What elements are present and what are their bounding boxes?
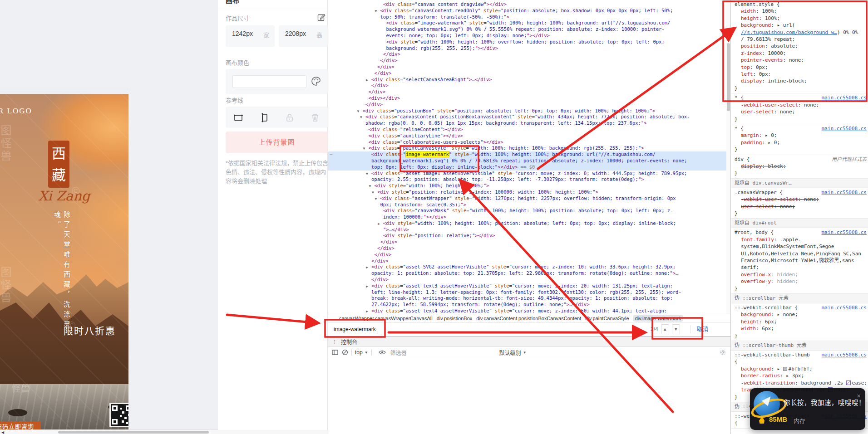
style-property[interactable]: serif; [731, 264, 868, 271]
style-property[interactable]: padding: ▸ 0; [731, 139, 868, 146]
breadcrumb-item[interactable]: canvasWrapper.canvasWrapperCanvasAll [339, 316, 433, 321]
code-line[interactable]: left; line-height: 1.3; letter-spacing: … [328, 289, 730, 296]
elements-scrollbar[interactable] [726, 0, 730, 314]
horizontal-guide-icon[interactable] [233, 112, 244, 123]
poster-slogan-vertical[interactable]: 除了天堂唯有西藏，洗涤灵魂。 [52, 211, 71, 338]
style-property[interactable]: Francisco,Microsoft YaHei,微软雅黑,sans- [731, 257, 868, 264]
poster-title-script[interactable]: Xi Zang [0, 188, 128, 204]
style-property[interactable]: -webkit-transition: background .2s ease; [731, 380, 868, 386]
style-property[interactable]: border-radius: ▸ 3px; [731, 372, 868, 379]
code-line[interactable]: </div> [328, 89, 730, 95]
style-property[interactable]: font-family: -apple- [731, 236, 868, 243]
code-line[interactable]: ▼<div class="assetWrapper" style="width:… [328, 195, 730, 202]
code-line[interactable]: </div> [328, 245, 730, 252]
code-line[interactable]: ▶<div style="width: 100%; height: 100%; … [328, 220, 730, 227]
style-property[interactable]: pointer-events: none; [731, 57, 868, 63]
style-property[interactable]: margin: ▸ 0; [731, 132, 868, 139]
code-line[interactable]: ▶<div class="asset text4 assetHoverVisib… [328, 308, 730, 314]
code-line[interactable]: <div style="width: 100%; height: 100%; o… [328, 39, 730, 45]
cancel-search-button[interactable]: 取消 [690, 325, 709, 333]
code-line[interactable]: shadow: rgba(0, 0, 0, 0.05) 1px 1px 15px… [328, 120, 730, 127]
style-selector[interactable]: ::-webkit-scrollbar-thumbmain.cc55008.cs [731, 351, 868, 358]
next-match-button[interactable]: ▼ [672, 324, 680, 334]
style-selector[interactable]: .canvasWrapper {main.cc55008.cs [731, 189, 868, 196]
code-line[interactable]: </div> [328, 83, 730, 89]
code-line[interactable]: events: none; top: 0px; left: 0px; displ… [328, 33, 730, 39]
style-selector[interactable]: element.style { [731, 1, 868, 8]
code-line[interactable]: </div> [328, 252, 730, 258]
style-selector[interactable]: div {用户代理样式表 [731, 156, 868, 163]
breadcrumb-item[interactable]: div.image-watermark [633, 315, 683, 322]
style-rule[interactable]: .canvasWrapper {main.cc55008.cs-webkit-u… [731, 188, 868, 219]
code-line[interactable]: ▼<div class="canvasContent-readOnly" sty… [328, 8, 730, 14]
style-property[interactable]: user-select: none; [731, 203, 868, 210]
style-property[interactable]: -webkit-user-select: none; [731, 196, 868, 203]
style-property[interactable]: UI,Roboto,Helvetica Neue,PingFang SC,San [731, 250, 868, 257]
filter-input[interactable]: 筛选器 [390, 349, 499, 356]
code-line[interactable]: <div class="collaborative-users-selects"… [328, 139, 730, 146]
code-line[interactable]: </div> [328, 102, 730, 108]
code-line[interactable]: ▼<div style="width: 100%; height: 100%;"… [328, 183, 730, 189]
style-selector[interactable]: * {main.cc55008.cs [731, 125, 868, 132]
palette-icon[interactable] [311, 76, 321, 87]
code-line[interactable]: ▼<div class="posistionBox" style="positi… [328, 108, 730, 114]
trash-icon[interactable] [310, 112, 321, 123]
code-line[interactable]: opacity: 2.55; position: absolute; top: … [328, 176, 730, 183]
style-rule[interactable]: #root, body {main.cc55008.csfont-family:… [731, 228, 868, 294]
horizontal-scrollbar-thumb[interactable] [58, 431, 209, 434]
dom-tree[interactable]: <div class="canvas_content_dragview"></d… [328, 0, 730, 314]
style-property[interactable]: display: inline-block; [731, 78, 868, 84]
tab-console[interactable]: 控制台 [341, 338, 357, 346]
scroll-left-icon[interactable]: ◀ [1, 430, 4, 434]
code-line[interactable]: </div> [328, 70, 730, 77]
style-property[interactable]: background: ▸ none; [731, 311, 868, 318]
search-input[interactable] [333, 326, 587, 333]
style-property[interactable]: overflow-x: hidden; [731, 271, 868, 278]
width-input[interactable]: 1242px 宽 [226, 25, 275, 47]
code-line[interactable]: </div> [328, 239, 730, 245]
code-line[interactable]: </div> [328, 258, 730, 264]
code-line[interactable]: <div></div> [328, 95, 730, 102]
code-line[interactable]: ▶<div class="asset text3 assetHoverVisib… [328, 283, 730, 289]
style-selector[interactable]: #root, body {main.cc55008.cs [731, 229, 868, 236]
poster-logo-text[interactable]: R LOGO [0, 107, 32, 116]
code-line[interactable]: ▼<div class="paintCanvaStyle" style="wid… [328, 145, 730, 151]
poster-canvas[interactable]: R LOGO 西藏 Xi Zang 除了天堂唯有西藏，洗涤灵魂。 限时八折惠 扫… [0, 94, 128, 434]
style-property[interactable]: width: 6px; [731, 325, 868, 332]
code-line[interactable]: opacity: 1; position: absolute; top: 21.… [328, 270, 730, 277]
breadcrumb-item[interactable]: div.canvasContent.posistionBoxCanvasCont… [476, 316, 581, 321]
style-property[interactable]: z-index: 10000; [731, 50, 868, 57]
code-line[interactable]: ▼<div class="asset image1 assetHoverVisi… [328, 171, 730, 177]
style-property[interactable]: height: 100%; [731, 15, 868, 22]
style-property[interactable]: system,BlinkMacSystemFont,Segoe [731, 243, 868, 250]
style-rule[interactable]: * {main.cc55008.cs-webkit-user-select: n… [731, 93, 868, 124]
lock-icon[interactable] [284, 112, 295, 123]
code-line[interactable]: </div> [328, 58, 730, 64]
code-line[interactable]: <div class="relineContent"></div> [328, 127, 730, 133]
log-level-selector[interactable]: 默认级别 [499, 349, 521, 356]
code-line[interactable]: background: rgb(255, 255, 255);"></div> [328, 45, 730, 52]
code-line[interactable]: </div> [328, 277, 730, 283]
color-value-input[interactable] [232, 75, 306, 88]
context-selector[interactable]: top [355, 349, 363, 356]
previous-match-button[interactable]: ▲ [661, 324, 669, 334]
style-property[interactable]: display: block; [731, 163, 868, 170]
style-property[interactable]: //s.tuguaishou.com/background w…) 0% 0% [731, 29, 868, 36]
style-property[interactable]: overflow-y: hidden; [731, 278, 868, 285]
style-property[interactable]: width: 100%; [731, 8, 868, 15]
code-line[interactable]: break: break-all; writing-mode: horizont… [328, 295, 730, 302]
style-property[interactable]: position: absolute; [731, 43, 868, 49]
code-line[interactable]: background_watermark1.svg") 0% 0% / 79.6… [328, 158, 730, 164]
code-line[interactable]: ▶<div class="selectCanvasAreaRight">…</d… [328, 77, 730, 83]
style-property[interactable]: left: 0px; [731, 71, 868, 78]
vertical-guide-icon[interactable] [258, 112, 269, 123]
style-property[interactable]: top: 0px; [731, 64, 868, 71]
console-sidebar-icon[interactable] [332, 350, 338, 355]
style-property[interactable]: background: ▸ url( [731, 22, 868, 29]
code-line[interactable]: ▶<div class="asset SVG2 assetHoverVisibl… [328, 264, 730, 270]
code-line[interactable]: <div class="image-watermark" style="widt… [328, 20, 730, 26]
code-line[interactable]: top: 50%; transform: translate(-50%, -50… [328, 14, 730, 20]
breadcrumb-item[interactable]: div.paintCanvaStyle [585, 316, 629, 321]
eye-icon[interactable] [379, 350, 386, 355]
code-line[interactable]: </div> [328, 64, 730, 70]
